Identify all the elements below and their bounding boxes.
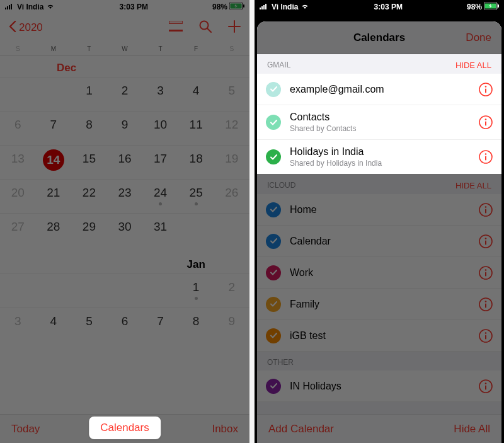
calendar-day[interactable]: 19 [214, 145, 249, 179]
section-hide-button[interactable]: HIDE ALL [455, 181, 491, 190]
svg-rect-1 [7, 6, 8, 9]
calendar-day[interactable]: 12 [214, 111, 249, 145]
calendar-day[interactable]: 7 [142, 308, 178, 342]
check-circle-icon[interactable] [266, 328, 281, 343]
info-icon[interactable] [479, 203, 493, 217]
add-event-icon[interactable] [228, 20, 241, 36]
info-icon[interactable] [479, 297, 493, 311]
calendar-day[interactable]: 13 [0, 145, 36, 179]
back-year-button[interactable]: 2020 [9, 21, 43, 35]
day-number: 3 [14, 314, 21, 328]
calendar-row[interactable]: ContactsShared by Contacts [257, 105, 501, 140]
done-button[interactable]: Done [466, 32, 491, 44]
calendar-day[interactable]: 9 [107, 111, 143, 145]
day-number: 5 [86, 314, 93, 328]
search-icon[interactable] [199, 20, 212, 36]
calendar-day[interactable]: 17 [142, 145, 178, 179]
calendar-day[interactable]: 28 [36, 213, 72, 247]
calendar-day[interactable]: 14 [36, 145, 72, 179]
calendar-row-label: Calendar [290, 236, 479, 247]
day-number: 8 [193, 314, 200, 328]
calendar-day[interactable]: 18 [178, 145, 214, 179]
section-header: OTHER [257, 352, 501, 371]
calendar-day [36, 77, 72, 111]
calendar-day[interactable]: 20 [0, 179, 36, 213]
check-circle-icon[interactable] [266, 297, 281, 312]
calendar-row[interactable]: Family [257, 289, 501, 320]
battery-icon [229, 3, 244, 11]
info-icon[interactable] [479, 379, 493, 393]
day-number: 27 [11, 220, 25, 234]
status-bar: Vi India 3:03 PM 98% [0, 0, 249, 14]
calendar-day[interactable]: 8 [71, 111, 107, 145]
calendar-day[interactable]: 23 [107, 179, 143, 213]
calendar-day[interactable]: 2 [107, 77, 143, 111]
calendar-day[interactable]: 1 [71, 77, 107, 111]
calendar-row-label: Family [290, 299, 479, 310]
calendar-day[interactable]: 29 [71, 213, 107, 247]
calendar-day[interactable]: 16 [107, 145, 143, 179]
month-label-dec[interactable]: Dec [0, 55, 249, 77]
calendar-day[interactable]: 3 [0, 308, 36, 342]
info-icon[interactable] [479, 266, 493, 280]
info-icon[interactable] [479, 329, 493, 343]
check-circle-icon[interactable] [266, 379, 281, 394]
calendar-day[interactable]: 6 [107, 308, 143, 342]
calendar-day[interactable]: 7 [36, 111, 72, 145]
calendar-day[interactable]: 3 [142, 77, 178, 111]
calendar-day[interactable]: 8 [178, 308, 214, 342]
calendar-day[interactable]: 4 [178, 77, 214, 111]
calendar-day[interactable]: 25 [178, 179, 214, 213]
calendar-day[interactable]: 10 [142, 111, 178, 145]
calendar-day[interactable]: 2 [214, 273, 249, 308]
month-label-jan[interactable]: Jan [0, 247, 249, 273]
calendar-day[interactable]: 9 [214, 308, 249, 342]
calendar-day[interactable]: 21 [36, 179, 72, 213]
svg-rect-25 [485, 122, 486, 126]
calendar-day[interactable]: 6 [0, 111, 36, 145]
day-number: 22 [83, 186, 96, 200]
calendar-day[interactable]: 26 [214, 179, 249, 213]
event-dot-icon [195, 297, 198, 300]
calendar-day[interactable]: 22 [71, 179, 107, 213]
calendar-day[interactable]: 24 [142, 179, 178, 213]
inbox-button[interactable]: Inbox [212, 423, 238, 435]
info-icon[interactable] [479, 83, 493, 96]
calendar-day[interactable]: 11 [178, 111, 214, 145]
calendar-day[interactable]: 31 [142, 213, 178, 247]
calendar-row[interactable]: IN Holidays [257, 371, 501, 402]
calendar-day[interactable]: 5 [214, 77, 249, 111]
today-button[interactable]: Today [11, 423, 40, 435]
weekday-label: T [71, 45, 107, 52]
calendar-row[interactable]: example@gmail.com [257, 74, 501, 105]
calendar-row[interactable]: iGB test [257, 320, 501, 352]
check-circle-icon[interactable] [266, 82, 281, 97]
calendar-day[interactable]: 5 [71, 308, 107, 342]
info-icon[interactable] [479, 234, 493, 248]
calendars-button[interactable]: Calendars [89, 417, 161, 439]
list-view-icon[interactable] [169, 21, 183, 35]
check-circle-icon[interactable] [266, 149, 281, 164]
calendar-day[interactable]: 15 [71, 145, 107, 179]
info-icon[interactable] [479, 150, 493, 164]
day-number: 19 [225, 152, 238, 166]
add-calendar-button[interactable]: Add Calendar [268, 423, 334, 435]
info-icon[interactable] [479, 115, 493, 129]
calendar-row[interactable]: Work [257, 257, 501, 289]
check-circle-icon[interactable] [266, 115, 281, 130]
day-number: 2 [228, 280, 235, 294]
svg-point-27 [485, 153, 487, 155]
section-hide-button[interactable]: HIDE ALL [455, 60, 491, 70]
hide-all-button[interactable]: Hide All [454, 423, 490, 435]
calendar-day[interactable]: 27 [0, 213, 36, 247]
day-number: 31 [154, 220, 167, 234]
check-circle-icon[interactable] [266, 265, 281, 280]
calendar-day[interactable]: 1 [178, 273, 214, 308]
calendar-row[interactable]: Home [257, 194, 501, 226]
calendar-row[interactable]: Holidays in IndiaShared by Holidays in I… [257, 140, 501, 175]
check-circle-icon[interactable] [266, 202, 281, 217]
calendar-row[interactable]: Calendar [257, 226, 501, 257]
check-circle-icon[interactable] [266, 234, 281, 249]
calendar-day[interactable]: 4 [36, 308, 72, 342]
calendar-day[interactable]: 30 [107, 213, 143, 247]
